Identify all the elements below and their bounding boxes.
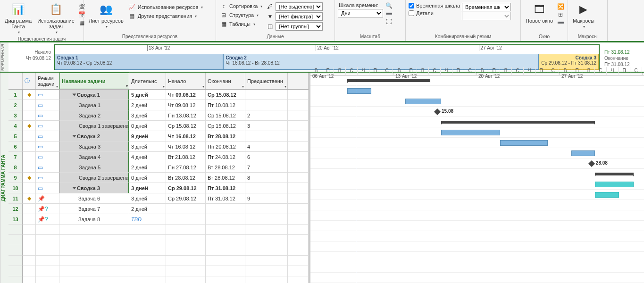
duration-cell[interactable]: TBD [129,214,166,225]
pred-cell[interactable]: 6 [245,152,288,162]
table-row[interactable]: 9◆▭Сводка 2 завершена0 днейВт 28.08.12Вт… [8,173,309,183]
duration-cell[interactable]: 3 дней [129,142,166,152]
highlight-filter[interactable]: 🖍[Не выделено] [265,2,324,11]
resource-usage-button[interactable]: 📈Использование ресурсов▾ [127,3,204,11]
col-extra[interactable] [288,73,309,89]
table-row[interactable]: 12📌?Задача 72 дней [8,204,309,214]
pred-cell[interactable] [245,100,288,110]
table-row-empty[interactable] [8,235,309,245]
gantt-body[interactable]: 15.0828.08 [310,75,644,283]
pred-cell[interactable] [245,131,288,142]
row-id[interactable]: 13 [8,214,23,225]
mode-cell[interactable]: ▭ [36,110,59,121]
col-predecessors[interactable]: Предшественн▾ [245,73,288,89]
mode-cell[interactable]: 📌? [36,204,59,214]
table-row[interactable]: 13📌?Задача 8TBD [8,214,309,225]
outline-button[interactable]: ⊟Структура▾ [219,11,263,19]
arrange-icon[interactable]: ⊞ [557,11,564,18]
col-id[interactable] [8,73,23,89]
table-row[interactable]: 2▭Задача 12 днейЧт 09.08.12Пт 10.08.12 [8,100,309,110]
finish-cell[interactable]: Ср 15.08.12 [206,121,245,131]
summary-bar[interactable] [595,173,633,175]
pred-cell[interactable]: 9 [245,193,288,204]
duration-cell[interactable]: 3 дней [129,183,166,193]
start-cell[interactable]: Чт 09.08.12 [166,90,206,100]
mode-cell[interactable]: 📌? [36,214,59,225]
pred-cell[interactable] [245,214,288,225]
table-row[interactable]: 11◆📌Задача 63 днейСр 29.08.12Пт 31.08.12… [8,193,309,204]
finish-cell[interactable]: Ср 15.08.12 [206,110,245,121]
start-cell[interactable]: Пн 27.08.12 [166,162,206,173]
tables-button[interactable]: ▦Таблицы▾ [219,20,263,28]
name-cell[interactable]: Задача 2 [59,110,129,121]
finish-cell[interactable]: Пт 10.08.12 [206,100,245,110]
macros-button[interactable]: ▶ Макросы▾ [571,1,596,30]
group-select[interactable]: [Нет группы] [276,22,323,31]
pred-cell[interactable]: 2 [245,110,288,121]
duration-cell[interactable]: 3 дней [129,110,166,121]
mode-cell[interactable]: ▭ [36,183,59,193]
start-cell[interactable]: Вт 21.08.12 [166,152,206,162]
finish-cell[interactable] [206,214,245,225]
zoom-out-icon[interactable]: ➖ [385,10,393,17]
row-id[interactable]: 1 [8,90,23,100]
table-row[interactable]: 5▭Сводка 29 днейЧт 16.08.12Вт 28.08.12 [8,131,309,142]
start-cell[interactable]: Чт 16.08.12 [166,131,206,142]
start-cell[interactable]: Ср 29.08.12 [166,193,206,204]
hide-icon[interactable]: ➖ [557,19,564,26]
finish-cell[interactable]: Пт 31.08.12 [206,193,245,204]
name-cell[interactable]: Сводка 1 [59,90,129,100]
task-bar[interactable] [595,182,633,187]
table-row-empty[interactable] [8,245,309,256]
finish-cell[interactable]: Вт 28.08.12 [206,131,245,142]
col-duration[interactable]: Длительнс▾ [129,73,166,89]
highlight-select[interactable]: [Не выделено] [276,2,323,11]
duration-cell[interactable]: 5 дней [129,90,166,100]
mode-cell[interactable]: ▭ [36,131,59,142]
col-mode[interactable]: Режим задачи▾ [36,73,59,89]
timescale-select[interactable]: Дни [338,9,383,17]
finish-cell[interactable]: Пт 24.08.12 [206,152,245,162]
task-bar[interactable] [500,140,548,146]
milestone-marker[interactable] [588,160,595,167]
duration-cell[interactable]: 9 дней [129,131,166,142]
task-usage-button[interactable]: 📋 Использование задач▾ [35,1,76,35]
table-row[interactable]: 6▭Задача 33 днейЧт 16.08.12Пн 20.08.124 [8,142,309,152]
name-cell[interactable]: Задача 8 [59,214,129,225]
duration-cell[interactable]: 0 дней [129,121,166,131]
finish-cell[interactable]: Пн 20.08.12 [206,142,245,152]
new-window-button[interactable]: 🗔 Новое окно [524,1,555,25]
group-filter[interactable]: ◫[Нет группы] [265,22,324,31]
table-row-empty[interactable] [8,276,309,283]
summary-bar[interactable] [347,79,430,82]
row-id[interactable]: 11 [8,193,23,204]
row-id[interactable]: 2 [8,100,23,110]
mode-cell[interactable]: 📌 [36,193,59,204]
pred-cell[interactable]: 8 [245,173,288,183]
task-bar[interactable] [405,99,441,104]
mode-cell[interactable]: ▭ [36,121,59,131]
name-cell[interactable]: Задача 6 [59,193,129,204]
mode-cell[interactable]: ▭ [36,90,59,100]
finish-cell[interactable]: Вт 28.08.12 [206,162,245,173]
col-info[interactable]: ⓘ [23,73,36,89]
table-row-empty[interactable] [8,225,309,235]
task-bar[interactable] [347,88,371,94]
row-id[interactable]: 12 [8,204,23,214]
sort-button[interactable]: ↕Сортировка▾ [219,2,263,10]
timeline-bar-1[interactable]: Сводка 1Чт 09.08.12 - Ср 15.08.12 [55,54,223,70]
zoom-fit-icon[interactable]: ⛶ [385,18,393,25]
start-cell[interactable] [166,214,206,225]
finish-cell[interactable]: Пт 31.08.12 [206,183,245,193]
timeline-combo[interactable]: Временная шк [462,3,511,11]
col-start[interactable]: Начало▾ [166,73,206,89]
row-id[interactable]: 3 [8,110,23,121]
mode-cell[interactable]: ▭ [36,173,59,183]
start-cell[interactable]: Пн 13.08.12 [166,110,206,121]
start-cell[interactable]: Вт 28.08.12 [166,173,206,183]
start-cell[interactable]: Ср 29.08.12 [166,183,206,193]
timeline-checkbox[interactable]: Временная шкала [409,3,460,8]
table-row[interactable]: 1◆▭Сводка 15 днейЧт 09.08.12Ср 15.08.12 [8,90,309,100]
table-row-empty[interactable] [8,266,309,276]
finish-cell[interactable] [206,204,245,214]
